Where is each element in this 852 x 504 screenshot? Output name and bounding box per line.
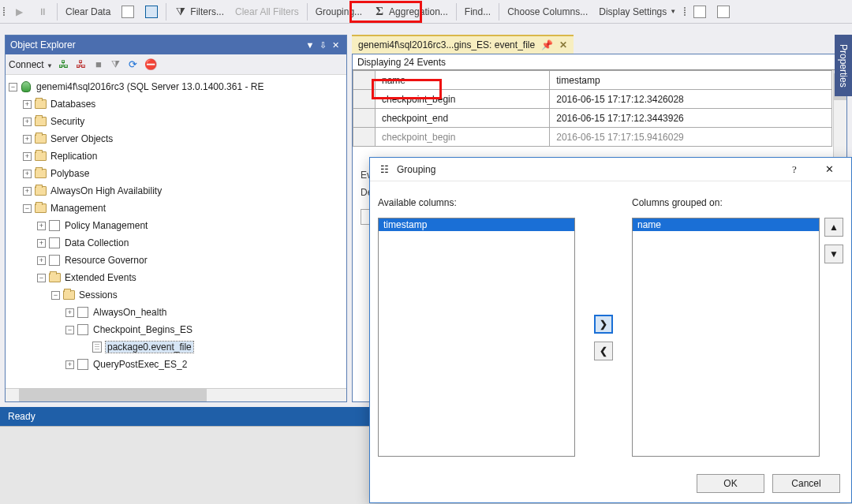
help-button[interactable]: ?	[780, 160, 809, 179]
extra1-button[interactable]	[689, 2, 711, 21]
collapse-icon[interactable]: −	[65, 326, 74, 334]
grouped-columns-listbox[interactable]: name	[632, 218, 820, 457]
object-explorer-tree[interactable]: − genemi4f\sql2016rc3 (SQL Server 13.0.1…	[6, 75, 346, 388]
cell: checkpoint_begin	[376, 90, 550, 109]
tree-label: QueryPostExec_ES_2	[92, 359, 189, 370]
tree-label: Sessions	[77, 289, 119, 301]
tree-extended-events[interactable]: −Extended Events	[9, 269, 346, 286]
tree-sessions[interactable]: −Sessions	[9, 286, 346, 304]
filter-icon[interactable]: ⧩	[110, 58, 122, 71]
expand-icon[interactable]: +	[23, 187, 32, 196]
expand-icon[interactable]: +	[65, 360, 74, 369]
collapse-icon[interactable]: −	[9, 83, 17, 91]
move-down-button[interactable]: ▼	[824, 245, 843, 263]
cell: 2016-06-15 17:17:15.9416029	[550, 128, 832, 147]
expand-icon[interactable]: +	[23, 118, 32, 126]
choose-columns-button[interactable]: Choose Columns...	[503, 2, 592, 21]
ok-button[interactable]: OK	[697, 474, 764, 493]
sigma-icon: Σ	[373, 6, 386, 18]
table-row[interactable]: checkpoint_begin2016-06-15 17:17:15.9416…	[353, 128, 832, 147]
refresh-icon[interactable]: ⟳	[127, 58, 140, 71]
tree-root-label: genemi4f\sql2016rc3 (SQL Server 13.0.140…	[35, 81, 265, 92]
pause-button[interactable]: ⏸	[32, 2, 54, 21]
folder-icon	[34, 115, 47, 128]
scrollbar-thumb[interactable]	[19, 389, 207, 401]
folder-icon	[34, 167, 47, 180]
tree-data-collection[interactable]: +Data Collection	[9, 234, 346, 252]
aggregation-button[interactable]: ΣAggregation...	[368, 2, 453, 21]
tree-security[interactable]: +Security	[9, 113, 346, 130]
tree-server-objects[interactable]: +Server Objects	[9, 130, 346, 147]
dropdown-icon[interactable]: ▼	[304, 39, 316, 51]
tree-policy-mgmt[interactable]: +Policy Management	[9, 217, 346, 234]
cancel-button[interactable]: Cancel	[772, 474, 840, 493]
collapse-icon[interactable]: −	[23, 204, 32, 213]
view2-button[interactable]	[140, 2, 163, 21]
tree-label: Management	[49, 203, 107, 214]
expand-icon[interactable]: +	[37, 239, 46, 248]
tree-checkpoint-begins[interactable]: −Checkpoint_Begins_ES	[9, 321, 346, 338]
expand-icon[interactable]: +	[23, 135, 32, 144]
dialog-titlebar[interactable]: ☷ Grouping ? ✕	[370, 158, 851, 181]
grouping-dialog: ☷ Grouping ? ✕ Available columns: Column…	[369, 157, 852, 503]
move-right-button[interactable]: ❯	[594, 315, 613, 334]
tree-replication[interactable]: +Replication	[9, 147, 346, 165]
table-row[interactable]: checkpoint_end2016-06-15 17:17:12.344392…	[353, 109, 832, 128]
server-icon	[20, 80, 32, 93]
connect-button[interactable]: Connect ▼	[9, 59, 53, 70]
close-button[interactable]: ✕	[815, 160, 843, 179]
cell: 2016-06-15 17:17:12.3426028	[550, 90, 832, 109]
play-button[interactable]: ▶	[8, 2, 30, 21]
expand-icon[interactable]: +	[23, 152, 32, 161]
clear-all-filters-button[interactable]: Clear All Filters	[230, 2, 304, 21]
move-up-button[interactable]: ▲	[824, 218, 843, 237]
session-icon	[77, 358, 89, 371]
extra2-button[interactable]	[712, 2, 734, 21]
close-icon[interactable]: ✕	[329, 39, 342, 51]
move-left-button[interactable]: ❮	[594, 342, 613, 360]
grouping-button[interactable]: Grouping...	[311, 2, 367, 21]
available-columns-listbox[interactable]: timestamp	[378, 218, 575, 457]
connect-remove-icon[interactable]: 🖧	[75, 58, 88, 71]
horizontal-scrollbar[interactable]	[6, 388, 346, 401]
pin-icon[interactable]: ⇩	[316, 39, 329, 51]
collapse-icon[interactable]: −	[37, 274, 46, 282]
clear-data-button[interactable]: Clear Data	[61, 2, 115, 21]
resource-gov-icon	[48, 254, 61, 267]
expand-icon[interactable]: +	[23, 100, 32, 109]
stop-icon[interactable]: ■	[92, 58, 105, 71]
table-row[interactable]: checkpoint_begin2016-06-15 17:17:12.3426…	[353, 90, 832, 109]
script-icon[interactable]: ⛔	[144, 58, 157, 71]
tree-management[interactable]: −Management	[9, 200, 346, 217]
tree-alwayson-health[interactable]: +AlwaysOn_health	[9, 304, 346, 321]
connect-add-icon[interactable]: 🖧	[58, 58, 70, 71]
object-explorer-toolbar: Connect ▼ 🖧 🖧 ■ ⧩ ⟳ ⛔	[6, 54, 346, 75]
view1-button[interactable]	[117, 2, 139, 21]
main-toolbar: ▶ ⏸ Clear Data ⧩Filters... Clear All Fil…	[0, 0, 852, 24]
tree-databases[interactable]: +Databases	[9, 95, 346, 113]
expand-icon[interactable]: +	[65, 308, 74, 317]
events-grid[interactable]: name timestamp checkpoint_begin2016-06-1…	[353, 70, 846, 165]
dialog-icon: ☷	[378, 163, 390, 176]
find-button[interactable]: Find...	[460, 2, 495, 21]
expand-icon[interactable]: +	[37, 222, 46, 230]
close-icon[interactable]: ✕	[559, 39, 567, 50]
tree-root[interactable]: − genemi4f\sql2016rc3 (SQL Server 13.0.1…	[9, 78, 346, 95]
display-settings-button[interactable]: Display Settings▼	[594, 2, 681, 21]
tree-querypost[interactable]: +QueryPostExec_ES_2	[9, 356, 346, 373]
collapse-icon[interactable]: −	[51, 291, 60, 300]
list-item[interactable]: timestamp	[379, 218, 574, 231]
tree-alwayson[interactable]: +AlwaysOn High Availability	[9, 182, 346, 200]
col-name-header[interactable]: name	[376, 71, 550, 90]
col-timestamp-header[interactable]: timestamp	[550, 71, 832, 90]
pin-icon[interactable]: 📌	[541, 39, 553, 50]
tree-resource-gov[interactable]: +Resource Governor	[9, 252, 346, 269]
filters-button[interactable]: ⧩Filters...	[170, 2, 229, 21]
properties-tab[interactable]: Properties	[835, 35, 852, 96]
list-item[interactable]: name	[633, 218, 819, 231]
tree-package0[interactable]: package0.event_file	[9, 338, 346, 356]
tree-polybase[interactable]: +Polybase	[9, 165, 346, 182]
expand-icon[interactable]: +	[37, 256, 46, 265]
expand-icon[interactable]: +	[23, 170, 32, 178]
document-tab[interactable]: genemi4f\sql2016rc3...gins_ES: event_fil…	[352, 35, 574, 54]
